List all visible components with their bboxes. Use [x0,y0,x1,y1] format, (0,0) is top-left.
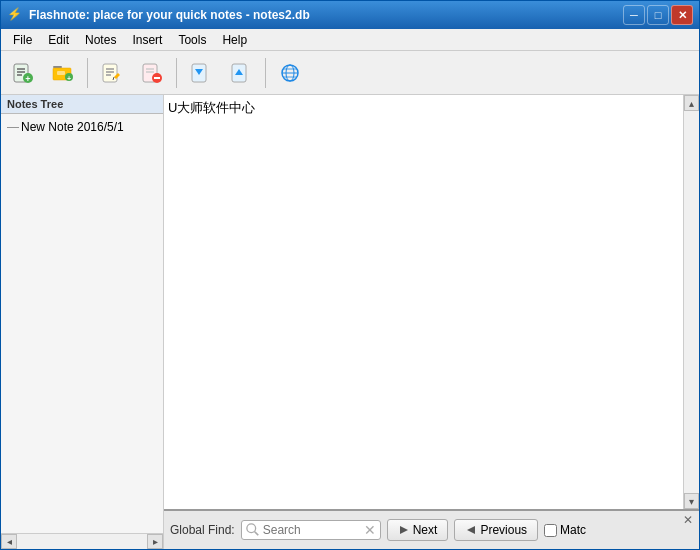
menu-file[interactable]: File [5,31,40,49]
previous-button[interactable]: Previous [454,519,538,541]
delete-button[interactable] [134,55,170,91]
edit-button[interactable] [94,55,130,91]
find-icon [278,61,302,85]
svg-text:+: + [25,74,30,84]
scroll-down-arrow[interactable]: ▾ [684,493,699,509]
previous-button-label: Previous [480,523,527,537]
match-label: Matc [560,523,586,537]
move-up-icon [229,61,253,85]
content-area: Notes Tree — New Note 2016/5/1 ◂ ▸ ▴ [1,95,699,549]
toolbar-separator-2 [176,58,177,88]
match-checkbox[interactable] [544,524,557,537]
find-button[interactable] [272,55,308,91]
editor-area: ▴ ▾ ✕ Global Find: ✕ [164,95,699,549]
scroll-track-vertical[interactable] [684,111,699,493]
search-icon [246,523,260,537]
scroll-up-arrow[interactable]: ▴ [684,95,699,111]
find-input-wrapper: ✕ [241,520,381,540]
menu-bar: File Edit Notes Insert Tools Help [1,29,699,51]
find-bar-close-button[interactable]: ✕ [681,513,695,527]
match-checkbox-wrapper: Matc [544,523,586,537]
scroll-track[interactable] [17,534,147,549]
toolbar: + + [1,51,699,95]
previous-arrow-icon [465,524,477,536]
window-controls: ─ □ ✕ [623,5,693,25]
tree-item-label: New Note 2016/5/1 [21,120,124,134]
scroll-right-arrow[interactable]: ▸ [147,534,163,549]
svg-rect-11 [103,64,117,82]
menu-notes[interactable]: Notes [77,31,124,49]
move-down-button[interactable] [183,55,219,91]
tree-panel-header: Notes Tree [1,95,163,114]
editor-with-scrollbar: ▴ ▾ [164,95,699,509]
close-button[interactable]: ✕ [671,5,693,25]
new-note-icon: + [11,61,35,85]
vertical-scrollbar: ▴ ▾ [683,95,699,509]
maximize-button[interactable]: □ [647,5,669,25]
next-button[interactable]: Next [387,519,449,541]
menu-edit[interactable]: Edit [40,31,77,49]
move-up-button[interactable] [223,55,259,91]
edit-icon [100,61,124,85]
note-editor[interactable] [164,95,683,509]
toolbar-separator-3 [265,58,266,88]
menu-tools[interactable]: Tools [170,31,214,49]
tree-dash-icon: — [7,120,19,134]
svg-point-31 [247,524,256,533]
menu-help[interactable]: Help [214,31,255,49]
svg-text:+: + [67,74,71,81]
find-bar: ✕ Global Find: ✕ Next [164,509,699,549]
new-folder-button[interactable]: + [45,55,81,91]
list-item[interactable]: — New Note 2016/5/1 [5,118,159,136]
app-icon: ⚡ [7,7,23,23]
svg-rect-8 [57,71,65,75]
menu-insert[interactable]: Insert [124,31,170,49]
delete-icon [140,61,164,85]
title-bar: ⚡ Flashnote: place for your quick notes … [1,1,699,29]
tree-horizontal-scrollbar: ◂ ▸ [1,533,163,549]
tree-panel: Notes Tree — New Note 2016/5/1 ◂ ▸ [1,95,164,549]
svg-line-32 [254,532,258,536]
toolbar-separator-1 [87,58,88,88]
new-note-button[interactable]: + [5,55,41,91]
next-button-label: Next [413,523,438,537]
svg-rect-6 [53,66,62,68]
svg-marker-34 [467,526,475,534]
find-label: Global Find: [170,523,235,537]
tree-content[interactable]: — New Note 2016/5/1 [1,114,163,533]
move-down-icon [189,61,213,85]
next-arrow-icon [398,524,410,536]
new-folder-icon: + [51,61,75,85]
window-title: Flashnote: place for your quick notes - … [29,8,617,22]
find-clear-button[interactable]: ✕ [364,523,376,537]
scroll-left-arrow[interactable]: ◂ [1,534,17,549]
minimize-button[interactable]: ─ [623,5,645,25]
search-input[interactable] [263,523,361,537]
svg-marker-33 [400,526,408,534]
main-window: ⚡ Flashnote: place for your quick notes … [0,0,700,550]
